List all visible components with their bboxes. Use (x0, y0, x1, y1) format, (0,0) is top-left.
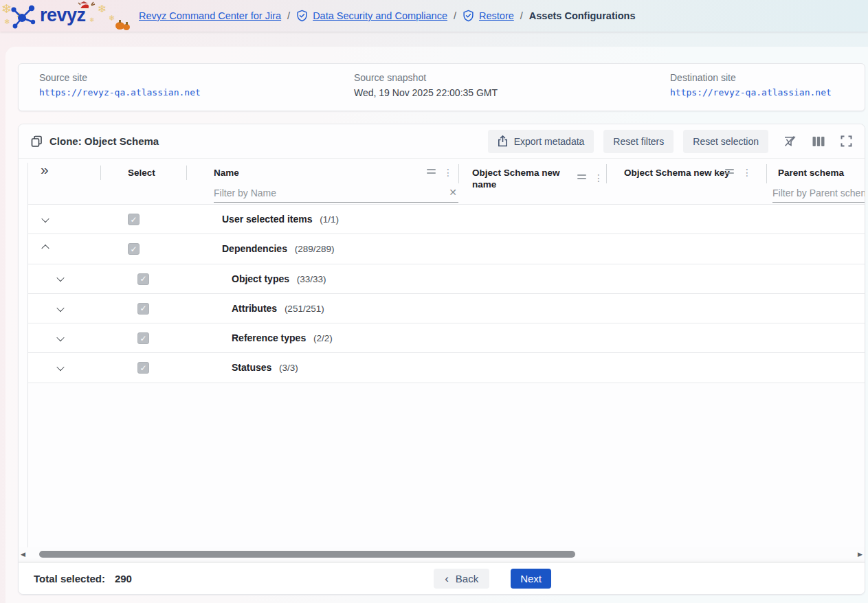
panel-header: Clone: Object Schema Export metadata Res… (19, 124, 865, 159)
shield-check-icon (296, 10, 308, 22)
panel-title: Clone: Object Schema (49, 135, 159, 147)
scrollbar-thumb[interactable] (39, 551, 575, 558)
snapshot-info-card: Source site https://revyz-qa.atlassian.n… (18, 63, 865, 111)
export-metadata-label: Export metadata (514, 136, 585, 147)
grid-header: » Select Name ⋮ ✕ Object Schema new name… (28, 163, 865, 205)
snowflake-icon: ❄ (89, 16, 95, 23)
expand-all-chevrons-icon[interactable]: » (41, 161, 49, 178)
name-filter-field: ✕ (214, 185, 458, 203)
breadcrumb-item[interactable]: Restore (463, 10, 514, 22)
source-site-link[interactable]: https://revyz-qa.atlassian.net (39, 87, 201, 98)
panel-footer: Total selected: 290 ‹ Back Next (19, 562, 865, 594)
source-snapshot-block: Source snapshot Wed, 19 Nov 2025 22:00:3… (354, 70, 498, 100)
row-checkbox[interactable]: ✓ (128, 214, 140, 225)
santa-hat-icon (77, 1, 96, 12)
back-button-label: Back (456, 573, 478, 584)
back-chevron-icon: ‹ (445, 573, 449, 584)
total-selected-value: 290 (115, 573, 132, 584)
row-count: (2/2) (311, 333, 333, 343)
filter-off-icon (783, 135, 797, 148)
snowflake-icon: ❄ (98, 3, 107, 15)
parent-filter-field (772, 185, 865, 203)
row-count: (33/33) (294, 274, 326, 284)
row-count: (289/289) (292, 244, 335, 254)
row-checkbox[interactable]: ✓ (137, 273, 149, 285)
next-button[interactable]: Next (511, 569, 551, 589)
row-expand-chevron[interactable] (38, 205, 53, 234)
parent-filter-input[interactable] (772, 185, 865, 201)
row-checkbox[interactable]: ✓ (128, 243, 140, 255)
back-button[interactable]: ‹ Back (434, 569, 489, 589)
export-metadata-button[interactable]: Export metadata (488, 130, 594, 153)
row-checkbox[interactable]: ✓ (137, 332, 149, 344)
check-icon: ✓ (140, 334, 146, 343)
reset-filters-button[interactable]: Reset filters (603, 130, 674, 153)
row-count: (251/251) (282, 304, 324, 314)
breadcrumb-item[interactable]: Data Security and Compliance (296, 10, 447, 22)
row-expand-chevron[interactable] (53, 353, 68, 382)
clone-schema-panel: Clone: Object Schema Export metadata Res… (18, 124, 865, 595)
scroll-right-icon[interactable]: ▶ (858, 551, 863, 558)
breadcrumb-item[interactable]: Revyz Command Center for Jira (139, 10, 281, 21)
column-drag-handle-icon[interactable] (577, 172, 586, 181)
breadcrumb-separator: / (520, 10, 523, 21)
clear-filters-icon-button[interactable] (781, 133, 798, 149)
columns-icon (812, 136, 825, 147)
export-icon (498, 135, 508, 147)
row-checkbox[interactable]: ✓ (137, 362, 149, 374)
row-name: Reference types (232, 332, 306, 343)
row-name: Object types (232, 273, 289, 284)
total-selected-label: Total selected: (34, 573, 105, 584)
grid-rows: ✓ User selected items (1/1) ✓ Dependenci… (28, 205, 865, 383)
row-checkbox[interactable]: ✓ (137, 303, 149, 315)
revyz-logo[interactable]: ❄ ❄ ❄ ❄ ❄ ❄ revyz (0, 0, 137, 32)
destination-site-label: Destination site (670, 70, 832, 85)
table-row: ✓ Dependencies (289/289) (28, 234, 865, 264)
copy-icon (31, 135, 43, 148)
source-site-label: Source site (39, 70, 201, 85)
check-icon: ✓ (140, 364, 146, 372)
reset-selection-label: Reset selection (693, 136, 759, 147)
column-header-select: Select (128, 167, 155, 179)
column-drag-handle-icon[interactable] (427, 167, 436, 176)
destination-site-block: Destination site https://revyz-qa.atlass… (670, 70, 832, 100)
column-menu-icon[interactable]: ⋮ (742, 168, 752, 177)
row-expand-chevron[interactable] (38, 234, 53, 263)
table-row: ✓ Reference types (2/2) (28, 323, 865, 353)
row-expand-chevron[interactable] (53, 264, 68, 293)
name-filter-input[interactable] (214, 185, 443, 201)
column-drag-handle-icon[interactable] (725, 167, 734, 176)
source-snapshot-label: Source snapshot (354, 70, 498, 85)
check-icon: ✓ (130, 245, 137, 253)
breadcrumb: Revyz Command Center for Jira/Data Secur… (139, 10, 636, 22)
table-row: ✓ User selected items (1/1) (28, 205, 865, 234)
column-settings-icon-button[interactable] (811, 135, 826, 148)
row-expand-chevron[interactable] (53, 323, 68, 352)
check-icon: ✓ (140, 304, 146, 312)
snowflake-icon: ❄ (109, 14, 115, 23)
source-snapshot-value: Wed, 19 Nov 2025 22:00:35 GMT (354, 85, 498, 100)
row-name: User selected items (222, 214, 313, 225)
column-menu-icon[interactable]: ⋮ (443, 168, 453, 177)
check-icon: ✓ (130, 216, 137, 224)
pumpkin-icon (123, 24, 130, 30)
table-row: ✓ Statuses (3/3) (28, 353, 865, 383)
molecule-logo-icon (8, 3, 38, 30)
column-menu-icon[interactable]: ⋮ (594, 173, 603, 183)
table-row: ✓ Attributes (251/251) (28, 294, 865, 323)
app-window: ❄ ❄ ❄ ❄ ❄ ❄ revyz (0, 0, 868, 603)
destination-site-link[interactable]: https://revyz-qa.atlassian.net (670, 87, 832, 98)
shield-check-icon (463, 10, 474, 22)
row-expand-chevron[interactable] (53, 294, 68, 323)
fullscreen-icon (841, 135, 852, 147)
breadcrumb-separator: / (454, 10, 456, 21)
breadcrumb-item-label: Data Security and Compliance (313, 10, 447, 21)
column-header-parent-schema: Parent schema (778, 167, 844, 179)
breadcrumb-item-label: Revyz Command Center for Jira (139, 10, 281, 21)
reset-selection-button[interactable]: Reset selection (683, 130, 768, 153)
clear-name-filter-icon[interactable]: ✕ (449, 187, 457, 198)
breadcrumb-item-label: Restore (479, 10, 514, 21)
fullscreen-icon-button[interactable] (839, 134, 854, 148)
scroll-left-icon[interactable]: ◀ (21, 551, 25, 558)
column-header-new-name: Object Schema new name (472, 167, 582, 190)
